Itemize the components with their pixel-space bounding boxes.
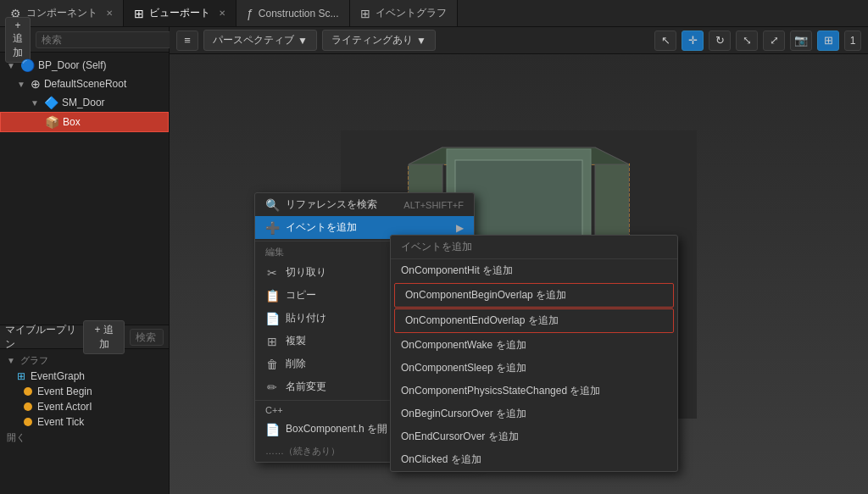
open-label: 開く (7, 431, 25, 444)
rename-icon: ✏ (265, 380, 279, 394)
graph-section-label: ▼ グラフ (0, 352, 169, 369)
tree-item-defaultsceneroot[interactable]: ▼ ⊕ DefaultSceneRoot (0, 75, 169, 93)
grid-icon: ⊞ (824, 34, 833, 47)
hamburger-icon: ≡ (184, 34, 191, 47)
ctx-search-ref-shortcut: ALT+SHIFT+F (403, 200, 464, 210)
eventgraph-tab-icon: ⊞ (360, 7, 370, 20)
tab-construction[interactable]: ƒ Construction Sc... (236, 0, 350, 26)
tab-component-label: コンポーネント (26, 6, 97, 20)
tree-item-sm-door[interactable]: ▼ 🔷 SM_Door (0, 93, 169, 112)
ctx-search-ref-label: リファレンスを検索 (286, 197, 377, 212)
sleep-label: OnComponentSleep を追加 (401, 361, 526, 375)
move-button[interactable]: ✛ (682, 31, 704, 51)
perspective-button[interactable]: パースペクティブ ▼ (203, 30, 317, 51)
viewport-toolbar: ≡ パースペクティブ ▼ ライティングあり ▼ ↖ ✛ ↻ ⤡ (170, 27, 868, 54)
event-submenu: イベントを追加 OnComponentHit を追加 OnComponentBe… (390, 235, 678, 472)
ctx-paste-label: 貼り付け (286, 311, 326, 325)
my-blueprint-panel: マイブループリン + 追加 ▼ グラフ ⊞ EventGraph Event B… (0, 325, 169, 494)
grid-button[interactable]: ⊞ (817, 31, 839, 51)
bp-item-event-begin[interactable]: Event Begin (0, 384, 169, 399)
sub-item-component-hit[interactable]: OnComponentHit を追加 (391, 259, 677, 282)
duplicate-icon: ⊞ (265, 335, 279, 348)
component-search-input[interactable] (36, 31, 175, 48)
component-tree: ▼ 🔵 BP_Door (Self) ▼ ⊕ DefaultSceneRoot … (0, 53, 169, 325)
box-label: Box (63, 116, 81, 128)
ctx-delete-label: 削除 (286, 357, 306, 371)
component-panel-header: + 追加 (0, 27, 169, 53)
event-tick-dot (24, 418, 32, 426)
lighting-button[interactable]: ライティングあり ▼ (322, 30, 436, 51)
ctx-duplicate-label: 複製 (286, 334, 306, 348)
graph-label: グラフ (20, 354, 48, 367)
eventgraph-label: EventGraph (31, 370, 85, 382)
open-section-label: 開く (0, 430, 169, 446)
sub-item-begin-overlap[interactable]: OnComponentBeginOverlap を追加 (394, 283, 674, 308)
sub-item-end-overlap[interactable]: OnComponentEndOverlap を追加 (394, 308, 674, 333)
camera-icon: 📷 (794, 34, 808, 47)
grid-number: 1 (844, 31, 861, 51)
sm-door-icon: 🔷 (44, 96, 58, 109)
cursor-button[interactable]: ↖ (654, 31, 676, 51)
paste-icon: 📄 (265, 312, 279, 325)
clicked-label: OnClicked を追加 (401, 452, 481, 467)
ctx-copy-label: コピー (286, 288, 316, 303)
begin-overlap-label: OnComponentBeginOverlap を追加 (405, 288, 566, 303)
tab-viewport[interactable]: ⊞ ビューポート ✕ (124, 0, 236, 26)
sceneroot-label: DefaultSceneRoot (44, 78, 126, 90)
ctx-add-event-label: イベントを追加 (286, 220, 357, 235)
sub-item-begin-cursor[interactable]: OnBeginCursorOver を追加 (391, 402, 677, 425)
sub-item-physics-state[interactable]: OnComponentPhysicsStateChanged を追加 (391, 380, 677, 402)
add-event-icon: ➕ (265, 221, 279, 235)
event-tick-label: Event Tick (37, 416, 84, 428)
sub-item-sleep[interactable]: OnComponentSleep を追加 (391, 357, 677, 380)
event-begin-dot (24, 387, 32, 396)
mybp-search-input[interactable] (130, 329, 164, 346)
move-icon: ✛ (688, 34, 698, 47)
bp-item-event-actor[interactable]: Event ActorI (0, 399, 169, 414)
search-ref-icon: 🔍 (265, 198, 279, 212)
cursor-icon: ↖ (661, 34, 670, 47)
copy-icon: 📋 (265, 289, 279, 303)
tab-viewport-close[interactable]: ✕ (219, 8, 225, 18)
camera-button[interactable]: 📷 (790, 31, 812, 51)
sub-item-end-cursor[interactable]: OnEndCursorOver を追加 (391, 425, 677, 448)
tree-item-bp-door[interactable]: ▼ 🔵 BP_Door (Self) (0, 56, 169, 75)
expand-arrow-sceneroot: ▼ (17, 80, 25, 89)
tree-item-box[interactable]: 📦 Box (0, 112, 169, 132)
hamburger-button[interactable]: ≡ (176, 31, 198, 51)
event-actor-dot (24, 402, 32, 411)
sm-door-label: SM_Door (62, 97, 105, 108)
physics-state-label: OnComponentPhysicsStateChanged を追加 (401, 384, 600, 398)
rotate-icon: ↻ (715, 34, 725, 47)
bp-door-icon: 🔵 (20, 58, 35, 72)
ctx-item-search-ref[interactable]: 🔍 リファレンスを検索 ALT+SHIFT+F (255, 193, 474, 216)
tab-bar: ⚙ コンポーネント ✕ ⊞ ビューポート ✕ ƒ Construction Sc… (0, 0, 868, 27)
sceneroot-icon: ⊕ (31, 77, 41, 91)
main-layout: + 追加 ▼ 🔵 BP_Door (Self) ▼ ⊕ DefaultScene… (0, 27, 868, 494)
tab-component-close[interactable]: ✕ (106, 8, 113, 18)
my-blueprint-title: マイブループリン (5, 323, 78, 352)
my-blueprint-content: ▼ グラフ ⊞ EventGraph Event Begin Event Act… (0, 349, 169, 494)
open-header-icon: 📄 (265, 423, 279, 436)
tab-construction-label: Construction Sc... (259, 8, 339, 19)
begin-cursor-label: OnBeginCursorOver を追加 (401, 407, 526, 421)
eventgraph-node-icon: ⊞ (17, 370, 25, 382)
maximize-button[interactable]: ⤢ (763, 31, 785, 51)
ctx-rename-label: 名前変更 (286, 380, 326, 394)
viewport-tab-icon: ⊞ (134, 7, 144, 20)
rotate-button[interactable]: ↻ (709, 31, 731, 51)
ctx-add-event-arrow-icon: ▶ (456, 222, 464, 234)
graph-expand-arrow: ▼ (7, 356, 15, 365)
sub-item-clicked[interactable]: OnClicked を追加 (391, 448, 677, 471)
bp-item-event-tick[interactable]: Event Tick (0, 414, 169, 430)
end-cursor-label: OnEndCursorOver を追加 (401, 430, 519, 444)
event-actor-label: Event ActorI (37, 401, 92, 413)
end-overlap-label: OnComponentEndOverlap を追加 (405, 314, 559, 328)
scale-button[interactable]: ⤡ (736, 31, 758, 51)
scale-icon: ⤡ (743, 34, 752, 47)
delete-icon: 🗑 (265, 358, 279, 371)
bp-item-eventgraph[interactable]: ⊞ EventGraph (0, 369, 169, 384)
tab-eventgraph[interactable]: ⊞ イベントグラフ (350, 0, 458, 26)
sub-item-wake[interactable]: OnComponentWake を追加 (391, 334, 677, 357)
perspective-arrow-icon: ▼ (298, 35, 308, 47)
